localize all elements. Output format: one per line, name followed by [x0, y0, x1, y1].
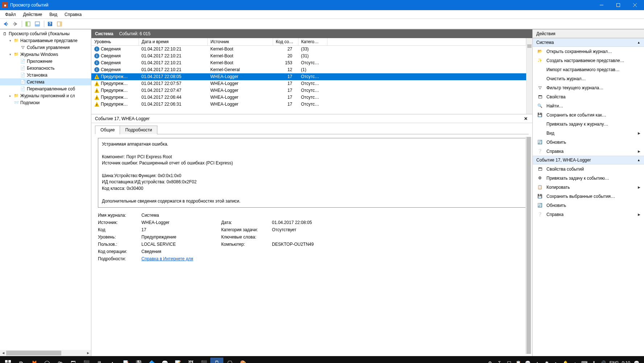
- maximize-button[interactable]: [610, 0, 627, 10]
- action-item[interactable]: ▽Фильтр текущего журнала…: [533, 83, 644, 92]
- tree-node[interactable]: 📄Приложение: [0, 58, 91, 65]
- menu-справка[interactable]: Справка: [61, 11, 85, 18]
- tray-icon[interactable]: 📋: [515, 360, 522, 363]
- taskbar-app8[interactable]: 💬: [158, 358, 171, 363]
- tray-volume-icon[interactable]: 🔊: [600, 360, 607, 363]
- panel-button-2[interactable]: [55, 20, 64, 28]
- action-item[interactable]: 💾Сохранить все события как…: [533, 110, 644, 119]
- taskbar-app12[interactable]: 🖵: [223, 358, 236, 363]
- event-row[interactable]: !Предупреж…01.04.2017 22:07:57WHEA-Logge…: [91, 80, 526, 87]
- menu-файл[interactable]: Файл: [1, 11, 20, 18]
- panel-button-1[interactable]: [33, 20, 42, 28]
- task-view-button[interactable]: ⧉: [15, 358, 28, 363]
- tree-node[interactable]: ▾📁Журналы Windows: [0, 51, 91, 58]
- event-row[interactable]: iСведения01.04.2017 22:10:21Kernel-Boot1…: [91, 60, 526, 66]
- details-help-link[interactable]: Справка в Интернете для: [141, 256, 193, 261]
- taskbar-app3[interactable]: 🖥: [93, 358, 106, 363]
- tray-icon[interactable]: ▲: [534, 360, 541, 363]
- tray-icon[interactable]: 💬: [525, 360, 531, 363]
- action-item[interactable]: 📋Копировать▶: [533, 183, 644, 192]
- tray-network-icon[interactable]: 🖧: [591, 360, 597, 363]
- column-header[interactable]: Код со…: [273, 38, 298, 46]
- taskbar-app11[interactable]: ⬛: [197, 358, 210, 363]
- action-item[interactable]: 🔄Обновить: [533, 201, 644, 210]
- back-button[interactable]: [1, 20, 10, 28]
- action-item[interactable]: Импорт настраиваемого представ…: [533, 65, 644, 74]
- tree-node[interactable]: 📄Перенаправленные соб: [0, 85, 91, 92]
- expand-icon[interactable]: ▾: [8, 39, 12, 42]
- tab-general[interactable]: Общие: [95, 126, 120, 134]
- action-item[interactable]: 📂Открыть сохраненный журнал…: [533, 47, 644, 56]
- tray-language[interactable]: ENG: [610, 360, 619, 363]
- menu-действие[interactable]: Действие: [20, 11, 46, 18]
- action-item[interactable]: Вид▶: [533, 129, 644, 138]
- action-item[interactable]: ❔Справка▶: [533, 147, 644, 156]
- tree-root[interactable]: 🗒 Просмотр событий (Локальны: [0, 30, 91, 37]
- column-header[interactable]: Уровень: [91, 38, 139, 46]
- action-item[interactable]: ❔Справка▶: [533, 210, 644, 219]
- scroll-left-button[interactable]: ◀: [0, 350, 6, 356]
- close-button[interactable]: [627, 0, 643, 10]
- column-header[interactable]: Катего…: [298, 38, 327, 46]
- taskbar-store[interactable]: 🛍: [54, 358, 67, 363]
- taskbar-app9[interactable]: 📝: [171, 358, 184, 363]
- taskbar-app5[interactable]: 📑: [119, 358, 132, 363]
- event-grid[interactable]: УровеньДата и времяИсточникКод со…Катего…: [91, 38, 526, 114]
- taskbar-app13[interactable]: 🎨: [236, 358, 249, 363]
- expand-icon[interactable]: ▾: [8, 53, 12, 56]
- scroll-right-button[interactable]: ▶: [85, 350, 91, 356]
- action-item[interactable]: 💾Сохранить выбранные события…: [533, 192, 644, 201]
- detail-close-button[interactable]: ✕: [523, 116, 529, 122]
- tray-icon[interactable]: Σ: [496, 360, 503, 363]
- event-row[interactable]: iСведения01.04.2017 22:10:21Kernel-Boot2…: [91, 46, 526, 53]
- event-row[interactable]: !Предупреж…01.04.2017 22:08:05WHEA-Logge…: [91, 73, 526, 80]
- tray-icon[interactable]: 🛡: [506, 360, 512, 363]
- event-row[interactable]: iСведения01.04.2017 22:10:21Kernel-Boot2…: [91, 53, 526, 60]
- action-item[interactable]: Привязать задачу к журналу…: [533, 119, 644, 129]
- action-item[interactable]: Очистить журнал…: [533, 74, 644, 83]
- tree-node[interactable]: 📨Подписки: [0, 99, 91, 106]
- tree-node[interactable]: ▽События управления: [0, 44, 91, 51]
- show-hide-tree-button[interactable]: [24, 20, 32, 28]
- taskbar-eventviewer[interactable]: 🗒: [210, 358, 223, 363]
- actions-group-header[interactable]: Событие 17, WHEA-Logger▲: [533, 156, 644, 164]
- actions-group-header[interactable]: Система▲: [533, 38, 644, 47]
- grid-vertical-scrollbar[interactable]: [526, 38, 532, 114]
- taskbar-app2[interactable]: ⬛: [80, 358, 93, 363]
- tray-clock[interactable]: 0:10: [622, 360, 630, 363]
- column-header[interactable]: Дата и время: [139, 38, 207, 46]
- tab-details[interactable]: Подробности: [120, 126, 157, 134]
- action-item[interactable]: 🔄Обновить: [533, 138, 644, 147]
- action-item[interactable]: 🗔Свойства: [533, 92, 644, 101]
- taskbar-edge[interactable]: ◯: [41, 358, 54, 363]
- expand-icon[interactable]: ▸: [8, 94, 12, 98]
- taskbar-app7[interactable]: 🔷: [145, 358, 158, 363]
- tray-icon[interactable]: ⚙: [487, 360, 494, 363]
- help-button[interactable]: ?: [46, 20, 54, 28]
- tray-icon[interactable]: 🔔: [562, 360, 569, 363]
- tree-node[interactable]: ▸📁Журналы приложений и сл: [0, 92, 91, 99]
- collapse-icon[interactable]: ▲: [637, 158, 640, 162]
- tray-icon[interactable]: ▴: [572, 360, 578, 363]
- taskbar-app1[interactable]: 🗔: [67, 358, 80, 363]
- event-row[interactable]: !Предупреж…01.04.2017 22:06:44WHEA-Logge…: [91, 94, 526, 101]
- event-row[interactable]: iСведения01.04.2017 22:10:21Kernel-Gener…: [91, 66, 526, 73]
- tray-icon[interactable]: ⌨: [581, 360, 588, 363]
- menu-вид[interactable]: Вид: [46, 11, 61, 18]
- taskbar-app6[interactable]: 💾: [132, 358, 145, 363]
- tree-node[interactable]: 📄Безопасность: [0, 65, 91, 72]
- taskbar-firefox[interactable]: 🦊: [28, 358, 41, 363]
- action-item[interactable]: ✨Создать настраиваемое представле…: [533, 56, 644, 65]
- taskbar-app4[interactable]: ▲: [106, 358, 119, 363]
- tree-node[interactable]: 📄Установка: [0, 72, 91, 78]
- tray-icon[interactable]: ✱: [544, 360, 550, 363]
- taskbar-app10[interactable]: 🖼: [184, 358, 197, 363]
- tree-horizontal-scrollbar[interactable]: ◀ ▶: [0, 350, 91, 356]
- collapse-icon[interactable]: ▲: [637, 41, 640, 44]
- start-button[interactable]: [1, 358, 15, 363]
- event-row[interactable]: !Предупреж…01.04.2017 22:06:31WHEA-Logge…: [91, 101, 526, 108]
- tray-notifications-icon[interactable]: 💬: [633, 360, 640, 363]
- action-item[interactable]: 🔍Найти…: [533, 101, 644, 110]
- tree-node[interactable]: 📄Система: [0, 78, 91, 85]
- column-header[interactable]: Источник: [207, 38, 273, 46]
